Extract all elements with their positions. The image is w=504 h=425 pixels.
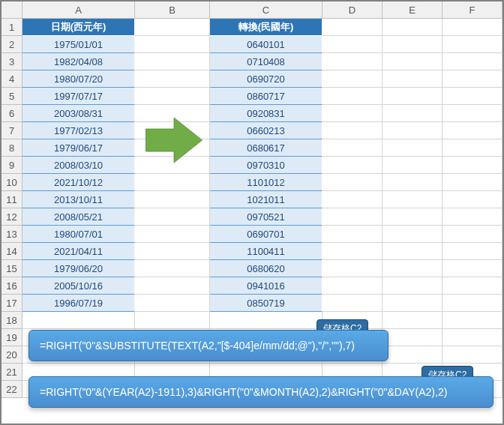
- cell-b11[interactable]: [135, 191, 210, 208]
- cell-c6[interactable]: 0920831: [210, 105, 322, 122]
- cell-b15[interactable]: [135, 260, 210, 277]
- cell-b6[interactable]: [135, 105, 210, 122]
- cell-c2[interactable]: 0640101: [210, 36, 322, 53]
- row-header-14[interactable]: 14: [2, 243, 22, 260]
- cell-d15[interactable]: [322, 260, 382, 277]
- cell-b1[interactable]: [135, 19, 210, 36]
- cell-f1[interactable]: [442, 19, 502, 36]
- cell-e15[interactable]: [382, 260, 442, 277]
- cell-b7[interactable]: [135, 122, 210, 139]
- column-header-d[interactable]: D: [322, 1, 382, 19]
- cell-c11[interactable]: 1021011: [210, 191, 322, 208]
- row-header-7[interactable]: 7: [2, 122, 22, 139]
- cell-c14[interactable]: 1100411: [210, 243, 322, 260]
- cell-e12[interactable]: [382, 208, 442, 226]
- cell-a9[interactable]: 2008/03/10: [22, 157, 135, 174]
- cell-d2[interactable]: [322, 36, 382, 53]
- row-header-11[interactable]: 11: [2, 191, 22, 208]
- cell-b4[interactable]: [135, 70, 210, 88]
- cell-a4[interactable]: 1980/07/20: [22, 70, 135, 88]
- cell-f2[interactable]: [442, 36, 502, 53]
- cell-d16[interactable]: [322, 277, 382, 295]
- cell-a13[interactable]: 1980/07/01: [22, 226, 135, 243]
- cell-a1[interactable]: 日期(西元年): [22, 19, 135, 36]
- cell-f16[interactable]: [442, 277, 502, 295]
- cell-e17[interactable]: [382, 295, 442, 312]
- cell-f9[interactable]: [442, 157, 502, 174]
- cell-c7[interactable]: 0660213: [210, 122, 322, 139]
- cell-d14[interactable]: [322, 243, 382, 260]
- cell-b10[interactable]: [135, 174, 210, 191]
- row-header-12[interactable]: 12: [2, 208, 22, 226]
- cell-e14[interactable]: [382, 243, 442, 260]
- cell-a11[interactable]: 2013/10/11: [22, 191, 135, 208]
- column-header-c[interactable]: C: [210, 1, 322, 19]
- row-header-5[interactable]: 5: [2, 88, 22, 105]
- cell-f11[interactable]: [442, 191, 502, 208]
- cell-c12[interactable]: 0970521: [210, 208, 322, 226]
- cell-c8[interactable]: 0680617: [210, 139, 322, 157]
- cell-a7[interactable]: 1977/02/13: [22, 122, 135, 139]
- cell-a18[interactable]: [22, 312, 135, 329]
- cell-f4[interactable]: [442, 70, 502, 88]
- row-header-9[interactable]: 9: [2, 157, 22, 174]
- cell-c9[interactable]: 0970310: [210, 157, 322, 174]
- cell-f20[interactable]: [442, 346, 502, 364]
- cell-e9[interactable]: [382, 157, 442, 174]
- cell-a16[interactable]: 2005/10/16: [22, 277, 135, 295]
- cell-f8[interactable]: [442, 139, 502, 157]
- cell-a10[interactable]: 2021/10/12: [22, 174, 135, 191]
- cell-e16[interactable]: [382, 277, 442, 295]
- cell-f17[interactable]: [442, 295, 502, 312]
- cell-c13[interactable]: 0690701: [210, 226, 322, 243]
- row-header-10[interactable]: 10: [2, 174, 22, 191]
- cell-d3[interactable]: [322, 53, 382, 70]
- cell-e11[interactable]: [382, 191, 442, 208]
- cell-c17[interactable]: 0850719: [210, 295, 322, 312]
- cell-c4[interactable]: 0690720: [210, 70, 322, 88]
- cell-e10[interactable]: [382, 174, 442, 191]
- cell-e4[interactable]: [382, 70, 442, 88]
- cell-d5[interactable]: [322, 88, 382, 105]
- row-header-22[interactable]: 22: [2, 381, 22, 398]
- cell-c3[interactable]: 0710408: [210, 53, 322, 70]
- cell-f14[interactable]: [442, 243, 502, 260]
- cell-f6[interactable]: [442, 105, 502, 122]
- row-header-15[interactable]: 15: [2, 260, 22, 277]
- row-header-1[interactable]: 1: [2, 19, 22, 36]
- cell-e3[interactable]: [382, 53, 442, 70]
- row-header-16[interactable]: 16: [2, 277, 22, 295]
- cell-b9[interactable]: [135, 157, 210, 174]
- cell-f3[interactable]: [442, 53, 502, 70]
- row-header-21[interactable]: 21: [2, 364, 22, 381]
- cell-f13[interactable]: [442, 226, 502, 243]
- cell-e13[interactable]: [382, 226, 442, 243]
- cell-b5[interactable]: [135, 88, 210, 105]
- cell-b18[interactable]: [135, 312, 210, 329]
- cell-d6[interactable]: [322, 105, 382, 122]
- cell-d8[interactable]: [322, 139, 382, 157]
- cell-a15[interactable]: 1979/06/20: [22, 260, 135, 277]
- cell-a3[interactable]: 1982/04/08: [22, 53, 135, 70]
- cell-b2[interactable]: [135, 36, 210, 53]
- cell-e19[interactable]: [382, 329, 442, 346]
- cell-b3[interactable]: [135, 53, 210, 70]
- cell-d9[interactable]: [322, 157, 382, 174]
- cell-c5[interactable]: 0860717: [210, 88, 322, 105]
- cell-e18[interactable]: [382, 312, 442, 329]
- cell-e7[interactable]: [382, 122, 442, 139]
- row-header-4[interactable]: 4: [2, 70, 22, 88]
- cell-a2[interactable]: 1975/01/01: [22, 36, 135, 53]
- cell-e6[interactable]: [382, 105, 442, 122]
- cell-c18[interactable]: [210, 312, 322, 329]
- cell-c1[interactable]: 轉換(民國年): [210, 19, 322, 36]
- cell-e2[interactable]: [382, 36, 442, 53]
- cell-d4[interactable]: [322, 70, 382, 88]
- cell-d11[interactable]: [322, 191, 382, 208]
- cell-d17[interactable]: [322, 295, 382, 312]
- cell-f18[interactable]: [442, 312, 502, 329]
- row-header-6[interactable]: 6: [2, 105, 22, 122]
- column-header-b[interactable]: B: [135, 1, 210, 19]
- cell-f12[interactable]: [442, 208, 502, 226]
- row-header-8[interactable]: 8: [2, 139, 22, 157]
